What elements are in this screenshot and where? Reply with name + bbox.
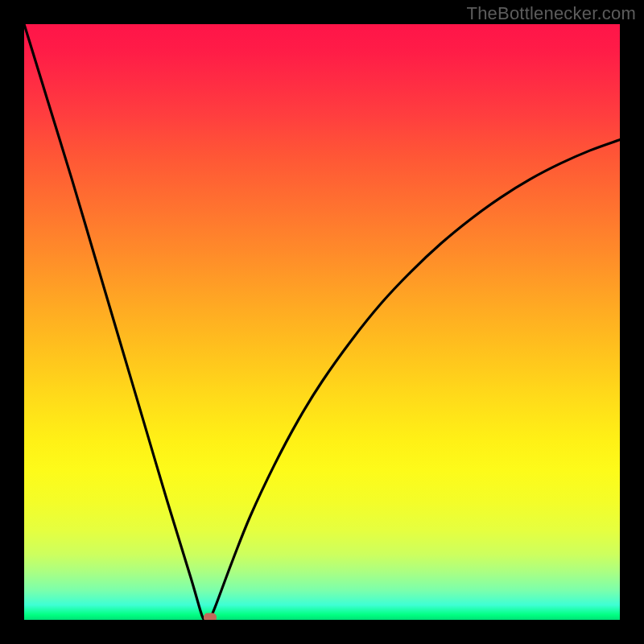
watermark-text: TheBottlenecker.com	[467, 3, 636, 24]
optimal-point-marker	[204, 613, 217, 620]
bottleneck-curve	[24, 24, 620, 620]
plot-area	[24, 24, 620, 620]
chart-frame: TheBottlenecker.com	[0, 0, 644, 644]
